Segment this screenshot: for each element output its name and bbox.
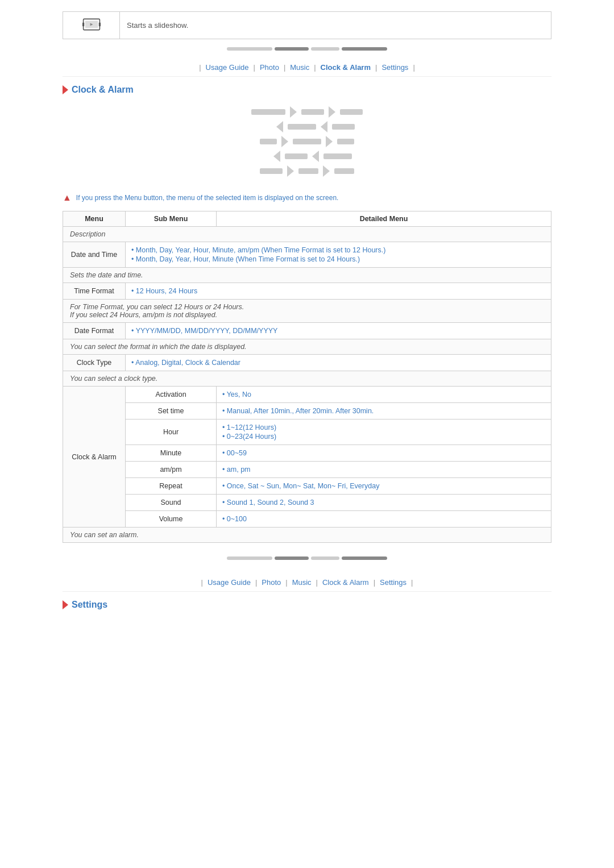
desc-clock-alarm: You can set an alarm.	[63, 528, 551, 543]
slideshow-row: Starts a slideshow.	[63, 11, 551, 39]
table-row: Date Format YYYY/MM/DD, MM/DD/YYYY, DD/M…	[63, 323, 551, 339]
warning-note: ▲ If you press the Menu button, the menu…	[63, 194, 551, 203]
table-desc-row: You can set an alarm.	[63, 528, 551, 543]
clock-arrow	[329, 106, 335, 118]
clock-bar	[332, 124, 355, 130]
detail-item: Sound 1, Sound 2, Sound 3	[222, 498, 545, 507]
clock-bar	[323, 153, 352, 159]
table-row: Date and Time Month, Day, Year, Hour, Mi…	[63, 242, 551, 268]
strip-bar	[342, 47, 387, 51]
nav-sep: |	[199, 63, 201, 72]
nav-sep: |	[413, 63, 414, 72]
nav-sep: |	[255, 578, 257, 587]
detail-item: Month, Day, Year, Hour, Minute, am/pm (W…	[131, 246, 545, 255]
table-desc-row: For Time Format, you can select 12 Hours…	[63, 300, 551, 323]
heading-arrow-icon	[63, 85, 68, 94]
detail-minute: 00~59	[217, 445, 551, 462]
desc-time-format: For Time Format, you can select 12 Hours…	[63, 300, 551, 323]
nav-sep: |	[411, 578, 413, 587]
table-row: Sound Sound 1, Sound 2, Sound 3	[63, 495, 551, 511]
warning-icon: ▲	[63, 193, 72, 203]
nav-sep: |	[284, 63, 285, 72]
detail-item: 0~23(24 Hours)	[222, 432, 545, 441]
submenu-ampm: am/pm	[126, 462, 217, 478]
table-desc-row: Sets the date and time.	[63, 268, 551, 283]
menu-clock-alarm: Clock & Alarm	[63, 387, 126, 528]
nav2-settings[interactable]: Settings	[376, 578, 410, 587]
strip-bar	[227, 556, 272, 560]
strip-bar	[227, 47, 272, 51]
nav2-photo[interactable]: Photo	[258, 578, 284, 587]
clock-bar	[285, 153, 308, 159]
detail-item: Yes, No	[222, 390, 545, 399]
detail-set-time: Manual, After 10min., After 20min. After…	[217, 403, 551, 420]
nav-sep: |	[254, 63, 255, 72]
nav-sep: |	[375, 63, 377, 72]
nav-settings[interactable]: Settings	[378, 63, 412, 72]
desc-date-format: You can select the format in which the d…	[63, 339, 551, 355]
clock-bar	[337, 139, 354, 144]
strip-bar	[311, 47, 339, 51]
nav-clock-alarm[interactable]: Clock & Alarm	[317, 63, 374, 72]
submenu-repeat: Repeat	[126, 478, 217, 495]
clock-alarm-heading: Clock & Alarm	[63, 85, 551, 95]
submenu-activation: Activation	[126, 387, 217, 403]
col-submenu: Sub Menu	[126, 211, 217, 227]
clock-arrow	[276, 121, 283, 132]
table-row: Clock & Alarm Activation Yes, No	[63, 387, 551, 403]
clock-bar	[260, 139, 277, 144]
settings-heading: Settings	[63, 600, 551, 610]
nav-music[interactable]: Music	[287, 63, 313, 72]
nav-usage-guide[interactable]: Usage Guide	[202, 63, 252, 72]
clock-bar	[251, 109, 285, 115]
settings-title: Settings	[72, 600, 107, 610]
warning-text: If you press the Menu button, the menu o…	[76, 194, 339, 202]
nav-sep: |	[314, 63, 316, 72]
strip-bar	[275, 47, 309, 51]
menu-clock-type: Clock Type	[63, 355, 126, 371]
detail-item: Once, Sat ~ Sun, Mon~ Sat, Mon~ Fri, Eve…	[222, 481, 545, 491]
nav-sep: |	[201, 578, 203, 587]
strip-bar	[311, 556, 339, 560]
clock-bar	[334, 168, 354, 174]
detail-time-format: 12 Hours, 24 Hours	[126, 283, 551, 300]
detail-date-format: YYYY/MM/DD, MM/DD/YYYY, DD/MM/YYYY	[126, 323, 551, 339]
settings-heading-arrow-icon	[63, 600, 68, 609]
clock-arrow	[323, 165, 330, 177]
strip-bar	[275, 556, 309, 560]
slideshow-icon-cell	[63, 12, 120, 39]
clock-alarm-title: Clock & Alarm	[72, 85, 134, 95]
detail-sound: Sound 1, Sound 2, Sound 3	[217, 495, 551, 511]
progress-strip-bottom	[63, 554, 551, 562]
table-row: Set time Manual, After 10min., After 20m…	[63, 403, 551, 420]
desc-clock-type: You can select a clock type.	[63, 371, 551, 387]
slideshow-description: Starts a slideshow.	[120, 16, 551, 34]
detail-hour: 1~12(12 Hours) 0~23(24 Hours)	[217, 420, 551, 445]
progress-strip-top	[63, 45, 551, 53]
table-row: Time Format 12 Hours, 24 Hours	[63, 283, 551, 300]
detail-item: Analog, Digital, Clock & Calendar	[131, 358, 545, 367]
clock-bar	[288, 124, 316, 130]
clock-arrow	[290, 106, 297, 118]
clock-bar	[260, 168, 283, 174]
detail-item: Manual, After 10min., After 20min. After…	[222, 406, 545, 416]
nav-photo[interactable]: Photo	[256, 63, 283, 72]
col-menu: Menu	[63, 211, 126, 227]
table-row: am/pm am, pm	[63, 462, 551, 478]
clock-arrow	[321, 121, 327, 132]
nav-sep: |	[316, 578, 318, 587]
table-row: Volume 0~100	[63, 511, 551, 528]
nav-sep: |	[374, 578, 375, 587]
strip-bar	[342, 556, 387, 560]
clock-bar	[298, 168, 318, 174]
nav2-music[interactable]: Music	[289, 578, 315, 587]
nav2-usage-guide[interactable]: Usage Guide	[204, 578, 254, 587]
nav-bar-top: | Usage Guide | Photo | Music | Clock & …	[63, 59, 551, 77]
table-desc-row: You can select a clock type.	[63, 371, 551, 387]
clock-bar	[293, 139, 321, 144]
menu-table: Menu Sub Menu Detailed Menu Description …	[63, 211, 551, 543]
detail-activation: Yes, No	[217, 387, 551, 403]
menu-time-format: Time Format	[63, 283, 126, 300]
detail-date-time: Month, Day, Year, Hour, Minute, am/pm (W…	[126, 242, 551, 268]
nav2-clock-alarm[interactable]: Clock & Alarm	[319, 578, 372, 587]
